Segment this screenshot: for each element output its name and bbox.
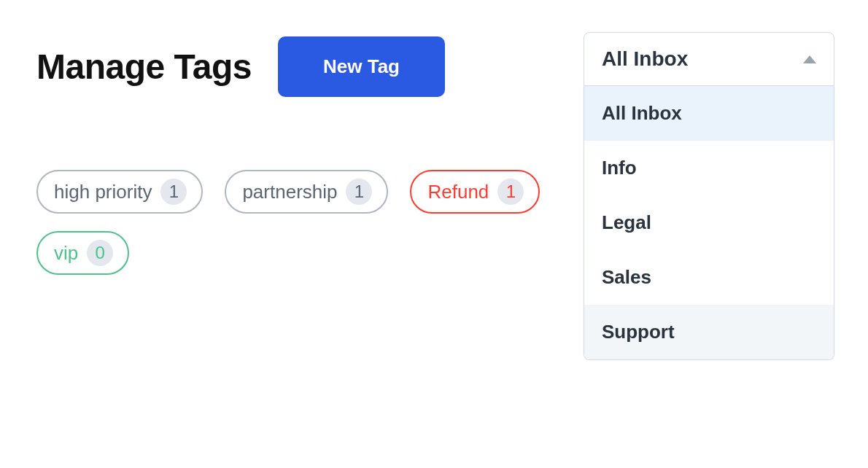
tag-count: 1 — [497, 179, 524, 205]
tag-label: high priority — [54, 181, 152, 203]
chevron-up-icon — [803, 55, 816, 63]
inbox-filter-menu: All Inbox Info Legal Sales Support — [584, 86, 834, 360]
new-tag-button[interactable]: New Tag — [278, 36, 445, 97]
inbox-filter-selected-label: All Inbox — [602, 47, 688, 71]
page-title: Manage Tags — [36, 47, 252, 87]
tag-count: 1 — [346, 179, 372, 205]
tag-label: vip — [54, 242, 78, 265]
tag-count: 0 — [87, 240, 113, 266]
inbox-option-all-inbox[interactable]: All Inbox — [584, 86, 834, 141]
tag-label: partnership — [242, 181, 337, 203]
inbox-option-info[interactable]: Info — [584, 141, 834, 195]
inbox-option-legal[interactable]: Legal — [584, 195, 834, 250]
tag-label: Refund — [427, 181, 489, 203]
tag-chip-partnership[interactable]: partnership 1 — [225, 170, 388, 214]
inbox-option-support[interactable]: Support — [584, 305, 834, 359]
inbox-option-sales[interactable]: Sales — [584, 250, 834, 305]
tag-count: 1 — [160, 179, 187, 205]
tag-chip-high-priority[interactable]: high priority 1 — [36, 170, 203, 214]
inbox-filter-dropdown: All Inbox All Inbox Info Legal Sales Sup… — [584, 32, 834, 360]
inbox-filter-toggle[interactable]: All Inbox — [584, 32, 834, 86]
tag-chip-vip[interactable]: vip 0 — [36, 231, 129, 275]
tags-list: high priority 1 partnership 1 Refund 1 v… — [36, 170, 591, 275]
tag-chip-refund[interactable]: Refund 1 — [410, 170, 540, 214]
